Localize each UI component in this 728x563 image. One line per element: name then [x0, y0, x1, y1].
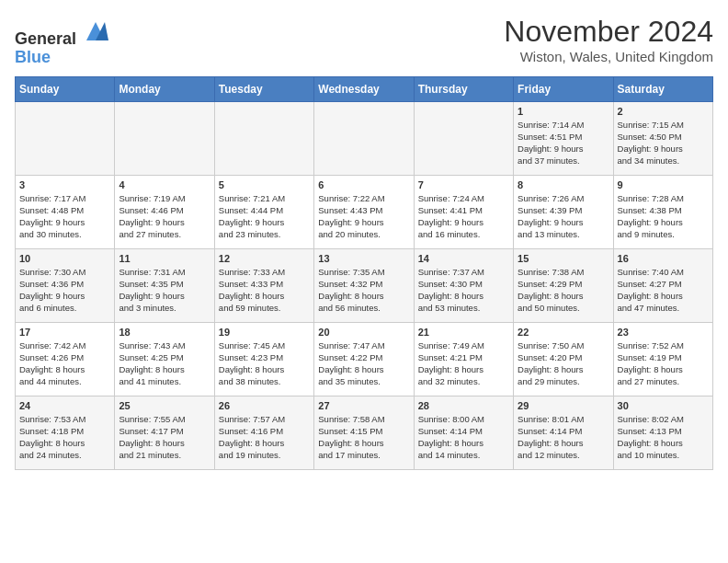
day-info: Sunrise: 7:50 AM Sunset: 4:20 PM Dayligh…	[518, 339, 609, 388]
day-cell: 3Sunrise: 7:17 AM Sunset: 4:48 PM Daylig…	[16, 175, 115, 248]
day-cell: 8Sunrise: 7:26 AM Sunset: 4:39 PM Daylig…	[514, 175, 613, 248]
day-number: 12	[219, 253, 310, 264]
day-info: Sunrise: 7:52 AM Sunset: 4:19 PM Dayligh…	[618, 339, 709, 388]
month-title: November 2024	[504, 15, 713, 49]
day-info: Sunrise: 7:38 AM Sunset: 4:29 PM Dayligh…	[518, 266, 609, 315]
day-info: Sunrise: 7:28 AM Sunset: 4:38 PM Dayligh…	[618, 192, 709, 241]
day-cell: 14Sunrise: 7:37 AM Sunset: 4:30 PM Dayli…	[414, 248, 513, 322]
day-cell: 1Sunrise: 7:14 AM Sunset: 4:51 PM Daylig…	[514, 101, 613, 175]
day-info: Sunrise: 7:42 AM Sunset: 4:26 PM Dayligh…	[19, 339, 110, 388]
day-cell	[214, 101, 313, 175]
day-cell: 4Sunrise: 7:19 AM Sunset: 4:46 PM Daylig…	[115, 175, 214, 248]
calendar-table: SundayMondayTuesdayWednesdayThursdayFrid…	[15, 76, 713, 470]
day-number: 2	[618, 106, 709, 117]
day-info: Sunrise: 7:57 AM Sunset: 4:16 PM Dayligh…	[219, 413, 310, 462]
day-cell: 5Sunrise: 7:21 AM Sunset: 4:44 PM Daylig…	[214, 175, 313, 248]
day-info: Sunrise: 7:53 AM Sunset: 4:18 PM Dayligh…	[19, 413, 110, 462]
day-number: 15	[518, 253, 609, 264]
day-cell: 17Sunrise: 7:42 AM Sunset: 4:26 PM Dayli…	[16, 322, 115, 396]
day-number: 28	[418, 400, 509, 411]
day-cell: 22Sunrise: 7:50 AM Sunset: 4:20 PM Dayli…	[514, 322, 613, 396]
week-row-4: 17Sunrise: 7:42 AM Sunset: 4:26 PM Dayli…	[16, 322, 713, 396]
day-info: Sunrise: 7:55 AM Sunset: 4:17 PM Dayligh…	[119, 413, 210, 462]
day-number: 23	[618, 327, 709, 338]
day-info: Sunrise: 7:35 AM Sunset: 4:32 PM Dayligh…	[318, 266, 409, 315]
day-number: 25	[119, 400, 210, 411]
day-cell: 25Sunrise: 7:55 AM Sunset: 4:17 PM Dayli…	[115, 396, 214, 469]
day-info: Sunrise: 7:31 AM Sunset: 4:35 PM Dayligh…	[119, 266, 210, 315]
day-cell: 11Sunrise: 7:31 AM Sunset: 4:35 PM Dayli…	[115, 248, 214, 322]
day-number: 11	[119, 253, 210, 264]
day-number: 30	[618, 400, 709, 411]
day-info: Sunrise: 7:17 AM Sunset: 4:48 PM Dayligh…	[19, 192, 110, 241]
day-number: 1	[518, 106, 609, 117]
weekday-header-monday: Monday	[115, 76, 214, 101]
day-info: Sunrise: 7:45 AM Sunset: 4:23 PM Dayligh…	[219, 339, 310, 388]
day-cell: 30Sunrise: 8:02 AM Sunset: 4:13 PM Dayli…	[613, 396, 712, 469]
day-info: Sunrise: 7:24 AM Sunset: 4:41 PM Dayligh…	[418, 192, 509, 241]
week-row-3: 10Sunrise: 7:30 AM Sunset: 4:36 PM Dayli…	[16, 248, 713, 322]
day-cell: 13Sunrise: 7:35 AM Sunset: 4:32 PM Dayli…	[314, 248, 414, 322]
day-number: 6	[318, 179, 409, 190]
weekday-header-thursday: Thursday	[414, 76, 513, 101]
day-number: 16	[618, 253, 709, 264]
day-cell: 28Sunrise: 8:00 AM Sunset: 4:14 PM Dayli…	[414, 396, 513, 469]
day-info: Sunrise: 7:14 AM Sunset: 4:51 PM Dayligh…	[518, 119, 609, 167]
day-number: 5	[219, 179, 310, 190]
day-info: Sunrise: 7:58 AM Sunset: 4:15 PM Dayligh…	[318, 413, 409, 462]
day-cell: 20Sunrise: 7:47 AM Sunset: 4:22 PM Dayli…	[314, 322, 414, 396]
day-info: Sunrise: 7:40 AM Sunset: 4:27 PM Dayligh…	[618, 266, 709, 315]
day-cell: 16Sunrise: 7:40 AM Sunset: 4:27 PM Dayli…	[613, 248, 712, 322]
day-info: Sunrise: 7:47 AM Sunset: 4:22 PM Dayligh…	[318, 339, 409, 388]
day-number: 29	[518, 400, 609, 411]
day-cell: 19Sunrise: 7:45 AM Sunset: 4:23 PM Dayli…	[214, 322, 313, 396]
weekday-header-wednesday: Wednesday	[314, 76, 414, 101]
week-row-5: 24Sunrise: 7:53 AM Sunset: 4:18 PM Dayli…	[16, 396, 713, 469]
day-number: 14	[418, 253, 509, 264]
day-cell: 26Sunrise: 7:57 AM Sunset: 4:16 PM Dayli…	[214, 396, 313, 469]
day-number: 4	[119, 179, 210, 190]
day-number: 10	[19, 253, 110, 264]
day-cell: 7Sunrise: 7:24 AM Sunset: 4:41 PM Daylig…	[414, 175, 513, 248]
day-info: Sunrise: 7:15 AM Sunset: 4:50 PM Dayligh…	[618, 119, 709, 167]
day-info: Sunrise: 7:43 AM Sunset: 4:25 PM Dayligh…	[119, 339, 210, 388]
day-cell	[314, 101, 414, 175]
day-number: 27	[318, 400, 409, 411]
day-info: Sunrise: 7:33 AM Sunset: 4:33 PM Dayligh…	[219, 266, 310, 315]
weekday-header-sunday: Sunday	[16, 76, 115, 101]
day-info: Sunrise: 7:49 AM Sunset: 4:21 PM Dayligh…	[418, 339, 509, 388]
day-cell: 18Sunrise: 7:43 AM Sunset: 4:25 PM Dayli…	[115, 322, 214, 396]
day-info: Sunrise: 8:01 AM Sunset: 4:14 PM Dayligh…	[518, 413, 609, 462]
logo: General Blue	[15, 18, 108, 67]
weekday-header-friday: Friday	[514, 76, 613, 101]
day-number: 18	[119, 327, 210, 338]
day-number: 24	[19, 400, 110, 411]
day-cell: 21Sunrise: 7:49 AM Sunset: 4:21 PM Dayli…	[414, 322, 513, 396]
logo-general-text: General	[15, 29, 76, 48]
day-cell: 6Sunrise: 7:22 AM Sunset: 4:43 PM Daylig…	[314, 175, 414, 248]
day-cell: 2Sunrise: 7:15 AM Sunset: 4:50 PM Daylig…	[613, 101, 712, 175]
day-cell: 24Sunrise: 7:53 AM Sunset: 4:18 PM Dayli…	[16, 396, 115, 469]
logo-icon	[83, 18, 108, 44]
weekday-header-saturday: Saturday	[613, 76, 712, 101]
day-number: 19	[219, 327, 310, 338]
day-info: Sunrise: 7:30 AM Sunset: 4:36 PM Dayligh…	[19, 266, 110, 315]
day-info: Sunrise: 7:37 AM Sunset: 4:30 PM Dayligh…	[418, 266, 509, 315]
location-title: Wiston, Wales, United Kingdom	[504, 49, 713, 64]
day-number: 21	[418, 327, 509, 338]
day-info: Sunrise: 8:02 AM Sunset: 4:13 PM Dayligh…	[618, 413, 709, 462]
day-number: 3	[19, 179, 110, 190]
weekday-header-row: SundayMondayTuesdayWednesdayThursdayFrid…	[16, 76, 713, 101]
day-number: 8	[518, 179, 609, 190]
day-number: 9	[618, 179, 709, 190]
day-info: Sunrise: 7:22 AM Sunset: 4:43 PM Dayligh…	[318, 192, 409, 241]
day-cell: 10Sunrise: 7:30 AM Sunset: 4:36 PM Dayli…	[16, 248, 115, 322]
day-cell	[115, 101, 214, 175]
day-cell: 15Sunrise: 7:38 AM Sunset: 4:29 PM Dayli…	[514, 248, 613, 322]
day-number: 13	[318, 253, 409, 264]
week-row-2: 3Sunrise: 7:17 AM Sunset: 4:48 PM Daylig…	[16, 175, 713, 248]
day-number: 20	[318, 327, 409, 338]
logo-blue-text: Blue	[15, 48, 51, 66]
weekday-header-tuesday: Tuesday	[214, 76, 313, 101]
day-cell: 27Sunrise: 7:58 AM Sunset: 4:15 PM Dayli…	[314, 396, 414, 469]
